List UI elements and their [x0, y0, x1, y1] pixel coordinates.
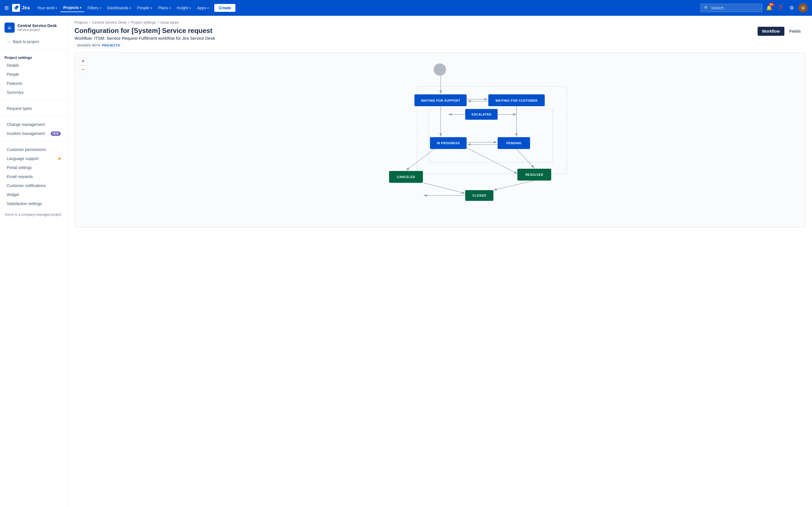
- canceled-label: CANCELED: [397, 175, 415, 179]
- nav-plans[interactable]: Plans ▾: [155, 4, 173, 12]
- avatar[interactable]: U: [799, 3, 808, 12]
- back-icon: ←: [7, 40, 11, 44]
- breadcrumb-project-settings[interactable]: Project settings: [131, 20, 156, 24]
- main-content: Projects / Central Service Desk / Projec…: [68, 16, 812, 507]
- shared-label: SHARED WITH: [77, 44, 100, 47]
- nav-people[interactable]: People ▾: [134, 4, 155, 12]
- resolved-label: RESOLVED: [525, 173, 543, 176]
- pending-label: PENDING: [506, 142, 522, 145]
- closed-label: CLOSED: [472, 194, 486, 197]
- sidebar-item-portal-settings[interactable]: Portal settings: [2, 163, 65, 172]
- edge-canceled-to-closed: [423, 183, 465, 193]
- notifications-button[interactable]: 🔔 9+: [765, 3, 774, 12]
- project-icon: 🛎: [4, 22, 15, 33]
- breadcrumb-central-service-desk[interactable]: Central Service Desk: [92, 20, 126, 24]
- workflow-diagram: WAITING FOR SUPPORT WAITING FOR CUSTOMER…: [75, 53, 805, 227]
- workflow-subtitle: Workflow: ITSM: Service Request Fulfilme…: [74, 36, 215, 41]
- logo-text: Jira: [22, 5, 30, 10]
- search-icon: 🔍: [704, 6, 709, 10]
- zoom-out-button[interactable]: −: [79, 66, 87, 73]
- sidebar-project: 🛎 Central Service Desk Service project: [0, 20, 67, 37]
- project-type: Service project: [17, 28, 57, 32]
- language-dot: [58, 158, 61, 160]
- sidebar-item-change-management[interactable]: Change management: [2, 120, 65, 129]
- edge-in-progress-to-canceled: [406, 149, 434, 170]
- sidebar-divider-2: [0, 100, 67, 101]
- breadcrumb-projects[interactable]: Projects: [74, 20, 88, 24]
- grid-icon[interactable]: ⊞: [4, 5, 9, 11]
- sidebar-item-satisfaction-settings[interactable]: Satisfaction settings: [2, 199, 65, 208]
- nav-apps[interactable]: Apps ▾: [194, 4, 211, 12]
- sidebar-item-features[interactable]: Features: [2, 79, 65, 88]
- breadcrumb: Projects / Central Service Desk / Projec…: [68, 16, 812, 27]
- notifications-badge: 9+: [769, 3, 774, 6]
- in-progress-label: IN PROGRESS: [437, 142, 460, 145]
- start-node: [434, 63, 446, 76]
- sidebar-item-request-types[interactable]: Request types: [2, 104, 65, 113]
- nav-your-work[interactable]: Your work ▾: [34, 4, 60, 12]
- sidebar-item-incident-management[interactable]: Incident management NEW: [2, 129, 65, 138]
- sidebar-item-email-requests[interactable]: Email requests: [2, 172, 65, 181]
- sidebar-item-language-support[interactable]: Language support: [2, 154, 65, 163]
- sidebar-footer: You're in a company-managed project: [0, 208, 67, 221]
- search-box[interactable]: 🔍 Search: [700, 4, 762, 12]
- sidebar-divider-4: [0, 142, 67, 142]
- escalated-label: ESCALATED: [472, 113, 492, 116]
- nav-filters[interactable]: Filters ▾: [85, 4, 103, 12]
- sidebar: 🛎 Central Service Desk Service project ←…: [0, 16, 68, 507]
- zoom-in-button[interactable]: +: [79, 57, 87, 65]
- tab-buttons: Workflow Fields: [758, 27, 805, 36]
- sidebar-divider-3: [0, 116, 67, 117]
- nav-dashboards[interactable]: Dashboards ▾: [104, 4, 134, 12]
- sidebar-item-widget[interactable]: Widget: [2, 190, 65, 199]
- workflow-container: + −: [74, 52, 805, 228]
- settings-button[interactable]: ⚙: [787, 3, 796, 12]
- waiting-customer-label: WAITING FOR CUSTOMER: [495, 99, 538, 102]
- sidebar-item-customer-permissions[interactable]: Customer permissions: [2, 145, 65, 154]
- topnav: ⊞ Jira Your work ▾ Projects ▾ Filters ▾ …: [0, 0, 812, 16]
- create-button[interactable]: Create: [214, 4, 236, 12]
- sidebar-item-summary[interactable]: Summary: [2, 88, 65, 97]
- zoom-controls: + −: [79, 57, 87, 73]
- sidebar-divider: [0, 50, 67, 50]
- waiting-support-label: WAITING FOR SUPPORT: [421, 99, 460, 102]
- nav-insight[interactable]: Insight ▾: [174, 4, 194, 12]
- shared-badge: SHARED WITH PROJECTS: [74, 43, 122, 48]
- page-title: Configuration for [System] Service reque…: [74, 27, 215, 35]
- topnav-nav: Your work ▾ Projects ▾ Filters ▾ Dashboa…: [34, 4, 698, 12]
- edge-resolved-to-closed: [493, 180, 534, 190]
- page-header: Configuration for [System] Service reque…: [68, 27, 812, 52]
- back-to-project[interactable]: ← Back to project: [2, 37, 65, 46]
- sidebar-item-details[interactable]: Details: [2, 61, 65, 70]
- help-button[interactable]: ❓: [776, 3, 785, 12]
- sidebar-item-people[interactable]: People: [2, 70, 65, 79]
- search-placeholder: Search: [711, 6, 723, 10]
- breadcrumb-issue-types[interactable]: Issue types: [160, 20, 179, 24]
- sidebar-item-customer-notifications[interactable]: Customer notifications: [2, 181, 65, 190]
- tab-workflow[interactable]: Workflow: [758, 27, 784, 36]
- sidebar-section-title: Project settings: [0, 53, 67, 61]
- project-name: Central Service Desk: [17, 23, 57, 28]
- edge-pending-to-resolved: [516, 149, 534, 168]
- main-layout: 🛎 Central Service Desk Service project ←…: [0, 16, 812, 507]
- nav-projects[interactable]: Projects ▾: [60, 4, 84, 12]
- edge-in-progress-to-resolved: [467, 148, 517, 174]
- tab-fields[interactable]: Fields: [785, 27, 805, 36]
- new-badge: NEW: [51, 131, 61, 136]
- logo[interactable]: Jira: [12, 4, 30, 12]
- topnav-right: 🔍 Search 🔔 9+ ❓ ⚙ U: [700, 3, 808, 12]
- shared-projects-link[interactable]: PROJECTS: [102, 44, 120, 47]
